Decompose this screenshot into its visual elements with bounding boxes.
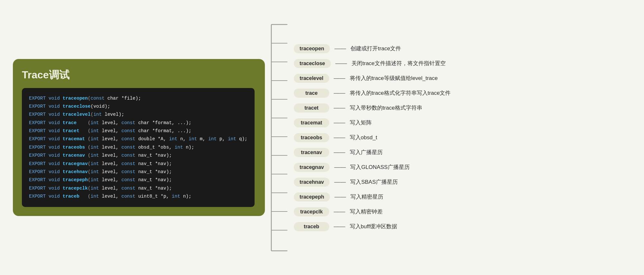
annotations-list: traceopen——创建或打开trace文件traceclose——关闭tra… [294,41,631,234]
annotation-item: tracemat——写入矩阵 [294,115,631,130]
item-desc: 写入精密星历 [350,193,383,201]
panel-title: Trace调试 [22,68,255,82]
code-line: EXPORT void tracepclk(int level, const n… [29,184,247,192]
item-dash: —— [334,208,345,215]
item-label: tracehnav [294,178,330,187]
annotation-item: tracepeph——写入精密星历 [294,190,631,204]
item-label: tracepclk [294,207,329,216]
item-dash: —— [334,75,345,82]
annotation-item: traceclose——关闭trace文件描述符，将文件指针置空 [294,56,631,71]
annotation-item: traceb——写入buff缓冲区数据 [294,219,631,234]
annotation-item: trace——将传入的trace格式化字符串写入trace文件 [294,86,631,101]
annotation-item: tracehnav——写入SBAS广播星历 [294,175,631,190]
item-desc: 写入矩阵 [350,119,372,126]
item-dash: —— [334,193,346,200]
code-line: EXPORT void tracegnav(int level, const n… [29,160,247,168]
item-label: tracegnav [294,163,330,172]
item-dash: —— [334,179,346,185]
item-label: trace [294,89,329,98]
item-label: tracemat [294,118,329,127]
item-dash: —— [334,45,346,52]
item-dash: —— [334,119,345,126]
item-label: tracet [294,103,329,113]
code-line: EXPORT void traceobs (int level, const o… [29,143,247,152]
code-line: EXPORT void tracelevel(int level); [29,111,247,119]
annotation-item: tracegnav——写入GLONASS广播星历 [294,160,631,175]
item-desc: 将传入的trace等级赋值给level_trace [350,74,438,82]
annotation-item: tracelevel——将传入的trace等级赋值给level_trace [294,71,631,86]
item-dash: —— [334,104,345,111]
item-label: tracenav [294,148,329,157]
code-block: EXPORT void traceopen(const char *file);… [22,88,255,207]
bracket-connector [265,15,294,260]
item-label: tracepeph [294,192,330,201]
item-desc: 写入精密钟差 [350,208,383,215]
code-line: EXPORT void traceclose(void); [29,103,247,111]
code-line: EXPORT void tracehnav(int level, const n… [29,168,247,176]
annotation-item: tracet——写入带秒数的trace格式字符串 [294,101,631,115]
code-line: EXPORT void traceopen(const char *file); [29,94,247,103]
code-line: EXPORT void tracemat (int level, const d… [29,135,247,143]
item-desc: 创建或打开trace文件 [350,45,401,52]
code-line: EXPORT void tracet (int level, const cha… [29,127,247,135]
item-dash: —— [334,90,345,96]
code-line: EXPORT void traceb (int level, const uin… [29,192,247,201]
code-line: EXPORT void trace (int level, const char… [29,119,247,127]
code-line: EXPORT void tracepeph(int level, const n… [29,176,247,184]
item-label: traceclose [294,59,331,68]
item-dash: —— [334,149,345,156]
item-dash: —— [334,134,345,141]
item-label: traceobs [294,133,329,142]
annotation-item: tracenav——写入广播星历 [294,145,631,160]
item-label: traceopen [294,44,330,53]
code-panel: Trace调试 EXPORT void traceopen(const char… [13,59,265,216]
item-desc: 写入带秒数的trace格式字符串 [350,104,422,112]
item-desc: 写入广播星历 [350,149,383,156]
item-desc: 写入GLONASS广播星历 [350,163,409,171]
item-dash: —— [335,60,347,67]
item-label: traceb [294,222,329,231]
item-dash: —— [334,223,345,230]
item-dash: —— [334,164,346,171]
annotation-item: traceobs——写入obsd_t [294,130,631,145]
item-desc: 写入obsd_t [350,134,377,141]
main-container: Trace调试 EXPORT void traceopen(const char… [13,15,631,260]
item-desc: 写入buff缓冲区数据 [350,223,397,230]
item-desc: 将传入的trace格式化字符串写入trace文件 [350,89,451,97]
annotation-item: traceopen——创建或打开trace文件 [294,41,631,56]
code-line: EXPORT void tracenav (int level, const n… [29,152,247,160]
item-desc: 关闭trace文件描述符，将文件指针置空 [351,60,446,67]
bracket-svg [265,15,294,260]
item-label: tracelevel [294,74,329,83]
annotation-item: tracepclk——写入精密钟差 [294,204,631,219]
item-desc: 写入SBAS广播星历 [350,178,397,186]
